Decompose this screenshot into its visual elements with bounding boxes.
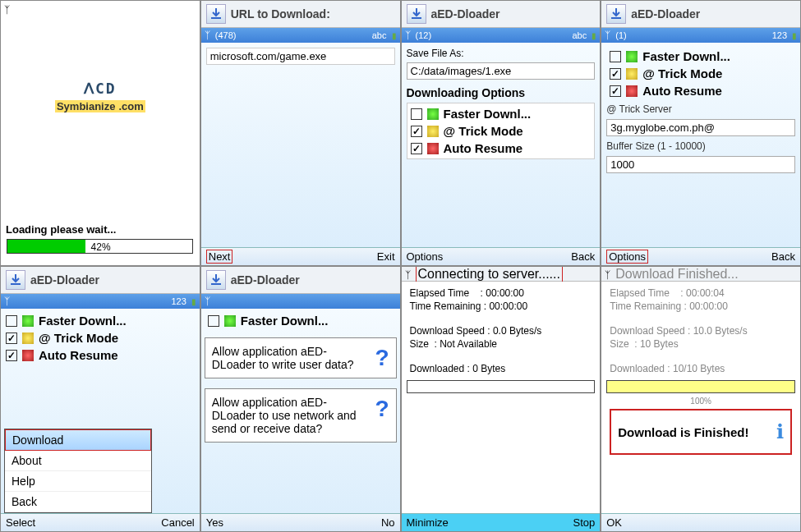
downloaded-value: 10/10 Bytes — [673, 363, 725, 374]
option-faster-download[interactable]: Faster Downl... — [411, 105, 592, 122]
save-label: Save File As: — [407, 46, 596, 61]
buffer-label: Buffer Size (1 - 10000) — [606, 140, 795, 152]
option-trick-mode[interactable]: @ Trick Mode — [6, 329, 195, 346]
speed-value: 10.0 Bytes/s — [693, 325, 748, 337]
progress-bar — [407, 380, 596, 393]
elapsed-label: Elapsed Time — [410, 287, 470, 299]
option-trick-mode[interactable]: @ Trick Mode — [411, 122, 592, 140]
screen-options-menu: aED-Dloader 123 Faster Downl... @ Trick … — [0, 266, 200, 532]
softkey-minimize[interactable]: Minimize — [407, 516, 449, 529]
softkey-exit[interactable]: Exit — [377, 250, 395, 263]
signal-icon — [205, 296, 210, 307]
download-arrow-icon — [206, 4, 226, 24]
signal-icon — [605, 267, 610, 282]
dialog-network: Allow application aED-DLoader to use net… — [205, 388, 397, 443]
input-mode: 123 — [171, 296, 186, 306]
progress-percent: 100% — [606, 397, 795, 406]
menu-back[interactable]: Back — [5, 492, 151, 512]
screen-connecting: Connecting to server...... Elapsed Time … — [401, 266, 601, 532]
option-auto-resume[interactable]: Auto Resume — [6, 346, 195, 364]
progress-bar — [606, 380, 795, 393]
header-title: aED-Dloader — [231, 273, 300, 287]
header-title: aED-Dloader — [631, 7, 700, 21]
input-mode: 123 — [772, 30, 787, 40]
speed-label: Download Speed — [610, 325, 684, 337]
option-faster-download[interactable]: Faster Downl... — [610, 48, 792, 65]
option-faster-download[interactable]: Faster Downl... — [6, 312, 195, 329]
option-auto-resume[interactable]: Auto Resume — [610, 82, 792, 99]
downloaded-label: Downloaded — [410, 363, 465, 374]
download-arrow-icon — [606, 4, 626, 24]
person-icon — [22, 332, 34, 344]
progress-percent: 42% — [91, 240, 111, 255]
remaining-value: 00:00:00 — [689, 300, 728, 312]
size-label: Size — [610, 338, 628, 350]
speed-value: 0.0 Bytes/s — [493, 325, 541, 337]
remaining-label: Time Remaining — [410, 300, 481, 312]
signal-icon — [405, 267, 411, 282]
signal-icon — [605, 30, 610, 41]
finished-dialog: Download is Finished! ℹ — [610, 409, 792, 455]
remaining-label: Time Remaining — [610, 300, 681, 312]
softkey-stop[interactable]: Stop — [573, 516, 596, 529]
downloaded-label: Downloaded — [610, 363, 665, 374]
speed-label: Download Speed — [410, 325, 485, 337]
screen-url-input: URL to Download: (478) abc microsoft.com… — [200, 0, 401, 266]
battery-icon — [592, 30, 596, 40]
options-list: Faster Downl... @ Trick Mode Auto Resume — [407, 103, 596, 159]
header-title: URL to Download: — [231, 7, 330, 21]
menu-download[interactable]: Download — [5, 429, 151, 451]
signal-icon — [405, 30, 411, 41]
softkey-options[interactable]: Options — [407, 250, 444, 263]
softkey-back[interactable]: Back — [771, 250, 795, 263]
status-text: Connecting to server...... — [416, 266, 563, 282]
save-path-field[interactable]: C:/data/images/1.exe — [407, 62, 596, 80]
screen-finished: Download Finished... Elapsed Time : 00:0… — [601, 266, 801, 532]
url-field[interactable]: microsoft.com/game.exe — [206, 48, 395, 65]
question-icon: ? — [375, 345, 389, 371]
status-text: Download Finished... — [615, 267, 738, 282]
logo-text: ꓥCD — [84, 80, 117, 97]
download-arrow-icon — [6, 270, 25, 290]
option-auto-resume[interactable]: Auto Resume — [411, 140, 592, 157]
info-icon: ℹ — [776, 420, 784, 443]
menu-help[interactable]: Help — [5, 471, 151, 492]
server-label: @ Trick Server — [606, 103, 795, 115]
header-title: aED-Dloader — [30, 273, 99, 287]
softkey-select[interactable]: Select — [6, 516, 35, 529]
input-mode: abc — [573, 30, 587, 40]
bolt-icon — [626, 51, 638, 62]
joystick-icon — [22, 350, 34, 361]
screen-permission-dialogs: aED-Dloader Faster Downl... Allow applic… — [200, 266, 401, 532]
elapsed-label: Elapsed Time — [610, 287, 670, 299]
person-icon — [626, 68, 638, 80]
softkey-cancel[interactable]: Cancel — [161, 516, 194, 529]
dialog-write-data: Allow application aED-DLoader to write u… — [205, 337, 397, 378]
battery-icon — [191, 296, 196, 306]
joystick-icon — [626, 85, 638, 97]
menu-about[interactable]: About — [5, 451, 151, 471]
input-mode: abc — [372, 30, 387, 40]
joystick-icon — [427, 143, 439, 154]
option-trick-mode[interactable]: @ Trick Mode — [610, 65, 792, 82]
softkey-options[interactable]: Options — [606, 250, 648, 264]
downloaded-value: 0 Bytes — [472, 363, 505, 374]
context-menu: Download About Help Back — [4, 429, 152, 513]
softkey-no[interactable]: No — [381, 516, 395, 529]
softkey-ok[interactable]: OK — [606, 516, 622, 529]
screen-advanced-options: aED-Dloader (1) 123 Faster Downl... @ Tr… — [601, 0, 801, 266]
softkey-yes[interactable]: Yes — [206, 516, 223, 529]
server-field[interactable]: 3g.myglobe.com.ph@ — [606, 119, 795, 136]
person-icon — [427, 126, 439, 137]
softkey-back[interactable]: Back — [571, 250, 595, 263]
screen-splash: ꓥCD Symbianize.com Loading please wait..… — [0, 0, 200, 266]
question-icon: ? — [375, 396, 389, 422]
elapsed-value: 00:00:04 — [686, 287, 725, 299]
buffer-field[interactable]: 1000 — [606, 156, 795, 173]
download-arrow-icon — [206, 270, 226, 290]
bolt-icon — [224, 315, 236, 327]
options-list: Faster Downl... @ Trick Mode Auto Resume — [606, 46, 795, 101]
download-arrow-icon — [407, 4, 426, 24]
softkey-next[interactable]: Next — [206, 250, 233, 264]
signal-icon — [4, 296, 10, 307]
